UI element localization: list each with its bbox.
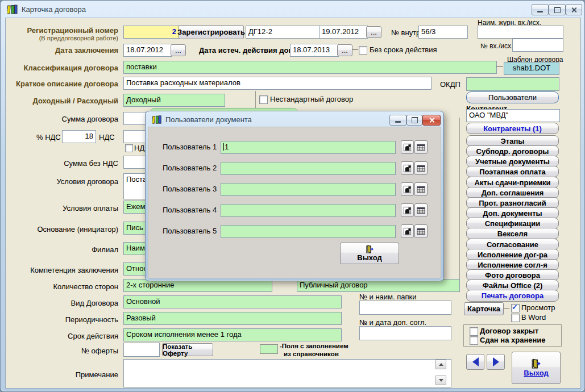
sidebar-button-counterparties[interactable]: Контрагенты (1) [466, 123, 559, 134]
note-textarea[interactable] [123, 359, 451, 387]
sidebar-button-protocols[interactable]: Прот. разногласий [466, 197, 559, 208]
table-icon [417, 227, 425, 236]
user4-open-button[interactable] [401, 203, 414, 217]
income-type-field[interactable]: Доходный [123, 94, 225, 107]
table-icon [417, 206, 425, 215]
expire-date-picker-button[interactable]: ... [337, 44, 352, 56]
periodicity-field[interactable]: Разовый [123, 312, 342, 325]
show-offer-button[interactable]: Показать Оферту [162, 343, 213, 356]
card-button[interactable]: Карточка [464, 302, 504, 315]
internal-no-field[interactable]: 56/3 [418, 26, 468, 39]
sidebar-button-agreement-execution[interactable]: Исполнение согл-я [466, 259, 559, 270]
conclusion-date-field[interactable]: 18.07.2012 [123, 44, 172, 57]
modal-maximize-button[interactable] [406, 115, 422, 126]
open-door-icon [403, 143, 412, 152]
sidebar-button-accounting-docs[interactable]: Учетные документы [466, 156, 559, 167]
sidebar-button-contract-execution[interactable]: Исполнение дог-ра [466, 249, 559, 260]
storage-checkbox[interactable] [470, 336, 478, 345]
note-scroll-down-button[interactable] [435, 376, 446, 385]
folder-field[interactable] [359, 301, 451, 315]
sum-no-vat-label: Сумма без НДС [13, 159, 118, 168]
duration-field[interactable]: Сроком исполнения менее 1 года [123, 328, 342, 341]
preview-checkbox[interactable] [511, 304, 520, 312]
user3-list-button[interactable] [414, 182, 428, 196]
conclusion-date-picker-button[interactable]: ... [171, 44, 186, 56]
modal-exit-button[interactable]: Выход [340, 243, 399, 264]
table-icon [417, 185, 425, 194]
user2-list-button[interactable] [414, 161, 428, 175]
next-record-button[interactable] [487, 354, 505, 370]
user3-open-button[interactable] [401, 182, 414, 196]
sidebar-button-add-documents[interactable]: Доп. документы [466, 207, 559, 219]
vat-checkbox-label: НД [134, 144, 144, 152]
kind-field[interactable]: Основной [123, 295, 342, 308]
reg-date-picker-button[interactable]: ... [366, 26, 381, 38]
periodicity-label: Периодичность [13, 315, 118, 324]
inout-no-field[interactable] [512, 39, 563, 52]
sidebar-button-specifications[interactable]: Спецификации [466, 218, 559, 229]
classification-field[interactable]: поставки [123, 61, 497, 74]
user1-open-button[interactable] [401, 140, 414, 154]
connector-line [504, 308, 509, 308]
legend-text-2: из справочников [284, 351, 339, 357]
register-button[interactable]: Зарегистрировать [179, 25, 244, 39]
user4-field[interactable] [221, 204, 396, 217]
template-field[interactable]: shab1.DOT [504, 62, 559, 75]
open-door-icon [403, 227, 412, 236]
sidebar-button-subcontracts[interactable]: Субподр. договоры [466, 145, 559, 157]
sidebar-button-staged-payment[interactable]: Поэтапная оплата [466, 166, 559, 177]
sidebar-button-acceptance-acts[interactable]: Акты сдачи-приемки [466, 177, 559, 188]
user5-open-button[interactable] [401, 224, 414, 238]
offer-number-field[interactable] [123, 343, 160, 357]
no-term-checkbox[interactable] [359, 46, 367, 55]
vat-pct-label: % НДС [36, 133, 61, 141]
sidebar-button-contract-photo[interactable]: Фото договора [466, 269, 559, 281]
note-scroll-up-button[interactable] [435, 360, 446, 369]
payment-terms-label: Условия оплаты [13, 204, 118, 212]
modal-minimize-button[interactable] [389, 115, 406, 126]
contract-number-field[interactable]: ДГ12-2 [246, 26, 322, 39]
folder-label: № и наим. папки [359, 293, 417, 301]
user1-list-button[interactable] [414, 140, 428, 154]
reg-date-field[interactable]: 19.07.2012 [319, 26, 368, 39]
basis-label: Основание (инициатор) [13, 225, 118, 233]
user2-open-button[interactable] [401, 161, 414, 175]
modal-close-button[interactable] [422, 115, 441, 126]
okdp-field[interactable] [466, 77, 559, 91]
vat-checkbox[interactable] [125, 144, 133, 152]
contract-closed-checkbox[interactable] [470, 327, 478, 336]
right-arrow-icon [493, 357, 499, 366]
journal-field[interactable] [478, 26, 563, 39]
users-button[interactable]: Пользователи [466, 91, 559, 103]
nonstandard-checkbox[interactable] [259, 95, 268, 104]
exit-button[interactable]: Выход [512, 352, 561, 384]
legend-text-1: -Поля с заполнением [280, 343, 348, 349]
sidebar-button-approval[interactable]: Согласование [466, 239, 559, 250]
vat-pct-field[interactable]: 18 [62, 130, 96, 143]
add-agreement-field[interactable] [359, 326, 451, 340]
user4-list-button[interactable] [414, 203, 428, 217]
user5-list-button[interactable] [414, 224, 428, 238]
short-desc-field[interactable]: Поставка расходных материалов [123, 77, 432, 90]
expire-date-field[interactable]: 18.07.2013 [290, 44, 339, 57]
user3-field[interactable] [221, 183, 396, 196]
scroll-down-icon [439, 379, 443, 382]
sidebar-button-add-agreements[interactable]: Доп. соглашения [466, 187, 559, 198]
sidebar-button-office-files[interactable]: Файлы Office (2) [466, 280, 559, 291]
modal-title: Пользователи документа [165, 115, 252, 124]
offer-number-label: № оферты [13, 347, 118, 355]
sidebar-button-stages[interactable]: Этапы [466, 135, 559, 147]
minimize-icon [395, 121, 401, 123]
user5-field[interactable] [221, 225, 396, 238]
reg-number-field[interactable]: 2 [123, 26, 179, 39]
sidebar-button-print-contract[interactable]: Печать договора [466, 290, 559, 302]
sidebar-button-bills[interactable]: Векселя [466, 228, 559, 239]
user1-field[interactable]: 1 [221, 141, 396, 154]
document-users-dialog: Пользователи документа Пользователь 1 1 … [145, 111, 444, 281]
user3-label: Пользователь 3 [163, 185, 217, 193]
counterparty-field[interactable]: ОАО "МВД" [466, 109, 560, 122]
word-checkbox[interactable] [511, 314, 520, 322]
user2-field[interactable] [221, 162, 396, 175]
prev-record-button[interactable] [466, 354, 484, 370]
modal-exit-label: Выход [357, 253, 381, 262]
